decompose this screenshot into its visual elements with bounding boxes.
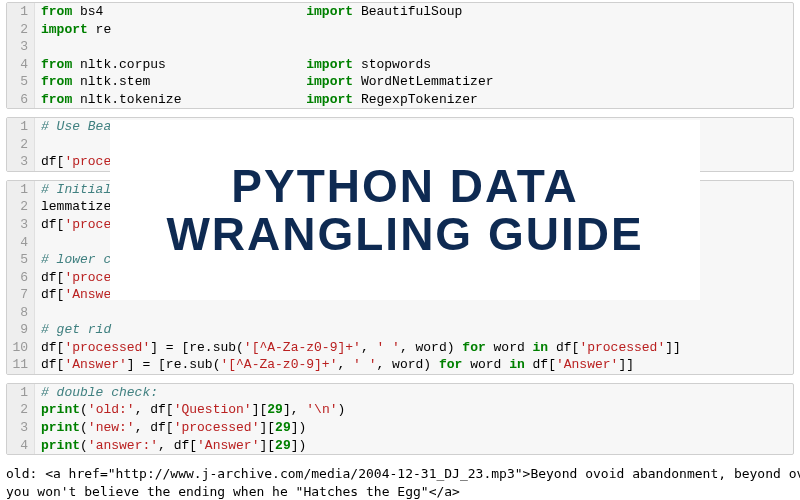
- code-text[interactable]: print('new:', df['processed'][29]): [35, 419, 793, 437]
- line-number: 6: [7, 91, 35, 109]
- code-cell[interactable]: 1# double check:2print('old:', df['Quest…: [6, 383, 794, 455]
- code-line[interactable]: 10df['processed'] = [re.sub('[^A-Za-z0-9…: [7, 339, 793, 357]
- line-number: 3: [7, 153, 35, 171]
- line-number: 1: [7, 384, 35, 402]
- line-number: 11: [7, 356, 35, 374]
- code-line[interactable]: 2import re: [7, 21, 793, 39]
- code-text[interactable]: df['processed'] = [re.sub('[^A-Za-z0-9]+…: [35, 339, 793, 357]
- cell-output: old: <a href="http://www.j-archive.com/m…: [0, 463, 800, 500]
- line-number: 1: [7, 3, 35, 21]
- line-number: 7: [7, 286, 35, 304]
- code-line[interactable]: 1# double check:: [7, 384, 793, 402]
- code-cell[interactable]: 1from bs4 import BeautifulSoup2import re…: [6, 2, 794, 109]
- line-number: 3: [7, 419, 35, 437]
- line-number: 4: [7, 234, 35, 252]
- code-text[interactable]: [35, 38, 793, 56]
- code-line[interactable]: 4from nltk.corpus import stopwords: [7, 56, 793, 74]
- code-line[interactable]: 11df['Answer'] = [re.sub('[^A-Za-z0-9]+'…: [7, 356, 793, 374]
- line-number: 8: [7, 304, 35, 322]
- code-text[interactable]: # get rid: [35, 321, 793, 339]
- line-number: 6: [7, 269, 35, 287]
- code-line[interactable]: 1from bs4 import BeautifulSoup: [7, 3, 793, 21]
- line-number: 3: [7, 38, 35, 56]
- code-line[interactable]: 5from nltk.stem import WordNetLemmatizer: [7, 73, 793, 91]
- code-text[interactable]: [35, 304, 793, 322]
- code-text[interactable]: print('old:', df['Question'][29], '\n'): [35, 401, 793, 419]
- code-text[interactable]: df['Answer'] = [re.sub('[^A-Za-z0-9]+', …: [35, 356, 793, 374]
- code-text[interactable]: from bs4 import BeautifulSoup: [35, 3, 793, 21]
- code-line[interactable]: 4print('answer:', df['Answer'][29]): [7, 437, 793, 455]
- code-line[interactable]: 3print('new:', df['processed'][29]): [7, 419, 793, 437]
- line-number: 2: [7, 136, 35, 154]
- line-number: 3: [7, 216, 35, 234]
- overlay-line2: WRANGLING GUIDE: [166, 210, 643, 258]
- code-line[interactable]: 6from nltk.tokenize import RegexpTokeniz…: [7, 91, 793, 109]
- line-number: 2: [7, 21, 35, 39]
- line-number: 1: [7, 181, 35, 199]
- line-number: 5: [7, 73, 35, 91]
- line-number: 4: [7, 56, 35, 74]
- code-text[interactable]: from nltk.stem import WordNetLemmatizer: [35, 73, 793, 91]
- code-text[interactable]: # double check:: [35, 384, 793, 402]
- overlay-line1: PYTHON DATA: [231, 162, 578, 210]
- code-text[interactable]: import re: [35, 21, 793, 39]
- line-number: 9: [7, 321, 35, 339]
- line-number: 1: [7, 118, 35, 136]
- line-number: 10: [7, 339, 35, 357]
- code-text[interactable]: from nltk.tokenize import RegexpTokenize…: [35, 91, 793, 109]
- line-number: 5: [7, 251, 35, 269]
- code-line[interactable]: 9# get rid: [7, 321, 793, 339]
- code-text[interactable]: print('answer:', df['Answer'][29]): [35, 437, 793, 455]
- code-text[interactable]: from nltk.corpus import stopwords: [35, 56, 793, 74]
- line-number: 2: [7, 198, 35, 216]
- title-overlay: PYTHON DATA WRANGLING GUIDE: [110, 120, 700, 300]
- line-number: 4: [7, 437, 35, 455]
- line-number: 2: [7, 401, 35, 419]
- code-line[interactable]: 8: [7, 304, 793, 322]
- code-line[interactable]: 2print('old:', df['Question'][29], '\n'): [7, 401, 793, 419]
- code-line[interactable]: 3: [7, 38, 793, 56]
